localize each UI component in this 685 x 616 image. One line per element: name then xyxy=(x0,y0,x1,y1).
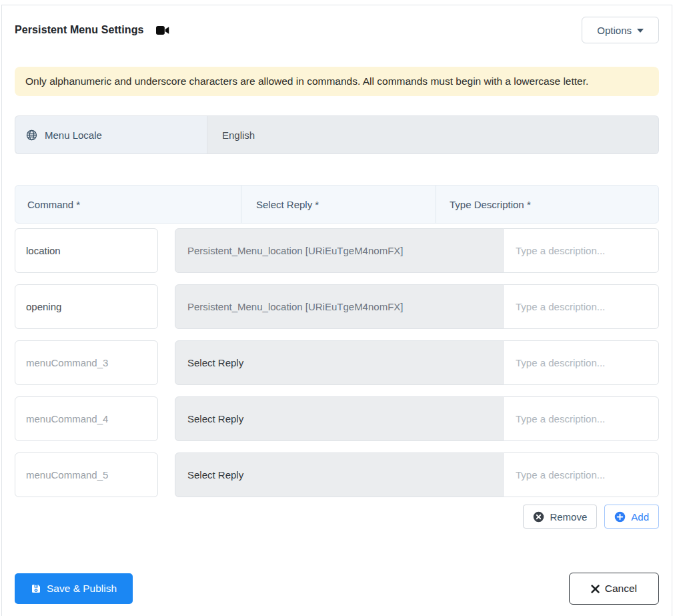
reply-select-value: Persistent_Menu_location [URiEuTgeM4nomF… xyxy=(187,301,403,312)
header-select-reply: Select Reply * xyxy=(241,186,436,223)
remove-button[interactable]: Remove xyxy=(523,505,597,529)
video-camera-icon xyxy=(156,25,171,35)
x-icon xyxy=(591,585,600,593)
reply-select-value: Select Reply xyxy=(187,469,243,481)
command-input[interactable]: opening xyxy=(15,284,158,329)
reply-select[interactable]: Persistent_Menu_location [URiEuTgeM4nomF… xyxy=(175,284,504,329)
plus-circle-icon xyxy=(614,511,626,523)
commands-table-header: Command * Select Reply * Type Descriptio… xyxy=(15,185,659,224)
description-input[interactable]: Type a description... xyxy=(503,284,659,329)
command-input[interactable]: menuCommand_4 xyxy=(15,396,158,441)
command-rows: location Persistent_Menu_location [URiEu… xyxy=(15,228,659,497)
header-type-description: Type Description * xyxy=(436,186,658,223)
reply-select[interactable]: Select Reply xyxy=(175,340,504,385)
options-button-label: Options xyxy=(597,25,632,36)
reply-select[interactable]: Select Reply xyxy=(175,396,504,441)
cancel-button-label: Cancel xyxy=(605,583,637,595)
description-input[interactable]: Type a description... xyxy=(503,396,659,441)
command-rules-alert: Only alphanumeric and underscore charact… xyxy=(15,67,659,96)
add-button-label: Add xyxy=(631,511,649,523)
command-input[interactable]: location xyxy=(15,228,158,273)
description-input[interactable]: Type a description... xyxy=(503,340,659,385)
menu-locale-group: Menu Locale English xyxy=(15,115,659,154)
command-row: location Persistent_Menu_location [URiEu… xyxy=(15,228,659,273)
save-publish-button[interactable]: Save & Publish xyxy=(15,573,133,604)
card-footer: Save & Publish Cancel xyxy=(15,573,659,605)
remove-button-label: Remove xyxy=(550,511,587,523)
cancel-button[interactable]: Cancel xyxy=(569,573,659,605)
reply-select-value: Select Reply xyxy=(187,357,243,368)
menu-locale-label-addon: Menu Locale xyxy=(15,115,207,154)
header-command: Command * xyxy=(15,186,241,223)
description-input[interactable]: Type a description... xyxy=(503,452,659,497)
command-row: opening Persistent_Menu_location [URiEuT… xyxy=(15,284,659,329)
save-floppy-icon xyxy=(31,583,41,594)
reply-select[interactable]: Persistent_Menu_location [URiEuTgeM4nomF… xyxy=(175,228,504,273)
reply-select-value: Persistent_Menu_location [URiEuTgeM4nomF… xyxy=(187,245,403,256)
command-input[interactable]: menuCommand_5 xyxy=(15,452,158,497)
description-input[interactable]: Type a description... xyxy=(503,228,659,273)
reply-select-value: Select Reply xyxy=(187,413,243,424)
menu-locale-select[interactable]: English xyxy=(207,115,659,154)
reply-select[interactable]: Select Reply xyxy=(175,452,504,497)
menu-locale-value: English xyxy=(222,129,255,141)
page-title: Persistent Menu Settings xyxy=(15,24,144,36)
alert-text: Only alphanumeric and underscore charact… xyxy=(25,75,588,87)
save-publish-label: Save & Publish xyxy=(47,583,117,595)
persistent-menu-settings-card: Persistent Menu Settings Options Only al… xyxy=(1,5,672,616)
menu-locale-label: Menu Locale xyxy=(45,129,102,141)
add-button[interactable]: Add xyxy=(604,505,659,529)
command-row: menuCommand_5 Select Reply Type a descri… xyxy=(15,452,659,497)
globe-icon xyxy=(26,129,37,141)
command-input[interactable]: menuCommand_3 xyxy=(15,340,158,385)
command-row: menuCommand_4 Select Reply Type a descri… xyxy=(15,396,659,441)
row-actions: Remove Add xyxy=(15,505,659,529)
card-header: Persistent Menu Settings Options xyxy=(15,17,659,43)
x-circle-icon xyxy=(533,511,544,523)
command-row: menuCommand_3 Select Reply Type a descri… xyxy=(15,340,659,385)
options-button[interactable]: Options xyxy=(582,17,659,43)
chevron-down-icon xyxy=(637,29,644,33)
